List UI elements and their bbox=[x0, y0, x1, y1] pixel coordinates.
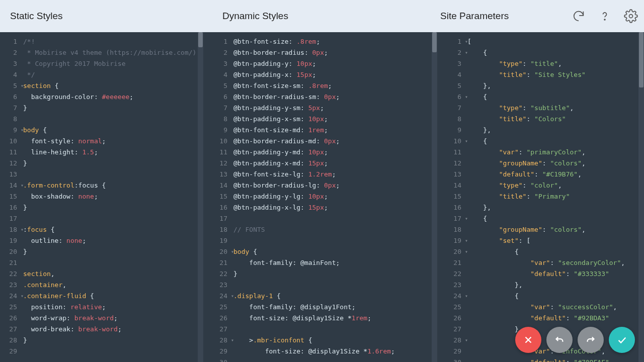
scrollbar[interactable] bbox=[432, 32, 437, 362]
undo-button[interactable] bbox=[546, 327, 573, 353]
gutter: 12345▾6789▾1011121314▾15161718▾192021222… bbox=[0, 32, 19, 362]
code-area[interactable]: @btn-font-size: .8rem;@btn-border-radius… bbox=[229, 32, 437, 362]
tab-site-parameters[interactable]: Site Parameters bbox=[440, 11, 509, 22]
settings-icon[interactable] bbox=[624, 9, 638, 23]
help-icon[interactable] bbox=[598, 9, 612, 23]
scroll-thumb[interactable] bbox=[432, 32, 437, 52]
scrollbar[interactable] bbox=[198, 32, 203, 362]
scroll-thumb[interactable] bbox=[639, 32, 643, 87]
editor-site-parameters[interactable]: 1▾2▾3456▾78910▾11121314151617▾1819▾20▾21… bbox=[444, 32, 644, 362]
gutter: 1234567891011121314151617181920▾21222324… bbox=[210, 32, 229, 362]
editor-dynamic-styles[interactable]: 1234567891011121314151617181920▾21222324… bbox=[210, 32, 437, 362]
redo-button[interactable] bbox=[578, 327, 604, 353]
scrollbar[interactable] bbox=[638, 32, 644, 362]
svg-point-1 bbox=[629, 15, 633, 18]
code-area[interactable]: [ { "type": "title", "title": "Site Styl… bbox=[463, 32, 644, 362]
header-bar: Static Styles Dynamic Styles Site Parame… bbox=[0, 0, 644, 32]
editor-static-styles[interactable]: 12345▾6789▾1011121314▾15161718▾192021222… bbox=[0, 32, 203, 362]
tab-static-styles[interactable]: Static Styles bbox=[10, 11, 63, 22]
code-area[interactable]: /*! * Mobirise v4 theme (https://mobiris… bbox=[19, 32, 203, 362]
scroll-thumb[interactable] bbox=[198, 32, 203, 47]
refresh-icon[interactable] bbox=[572, 9, 586, 23]
fab-row bbox=[515, 327, 635, 353]
editor-row: 12345▾6789▾1011121314▾15161718▾192021222… bbox=[0, 32, 644, 362]
cancel-button[interactable] bbox=[515, 327, 541, 353]
svg-point-0 bbox=[604, 19, 605, 20]
confirm-button[interactable] bbox=[609, 327, 635, 353]
gutter: 1▾2▾3456▾78910▾11121314151617▾1819▾20▾21… bbox=[444, 32, 463, 362]
tab-dynamic-styles[interactable]: Dynamic Styles bbox=[222, 11, 288, 22]
header-icon-group bbox=[572, 9, 638, 23]
